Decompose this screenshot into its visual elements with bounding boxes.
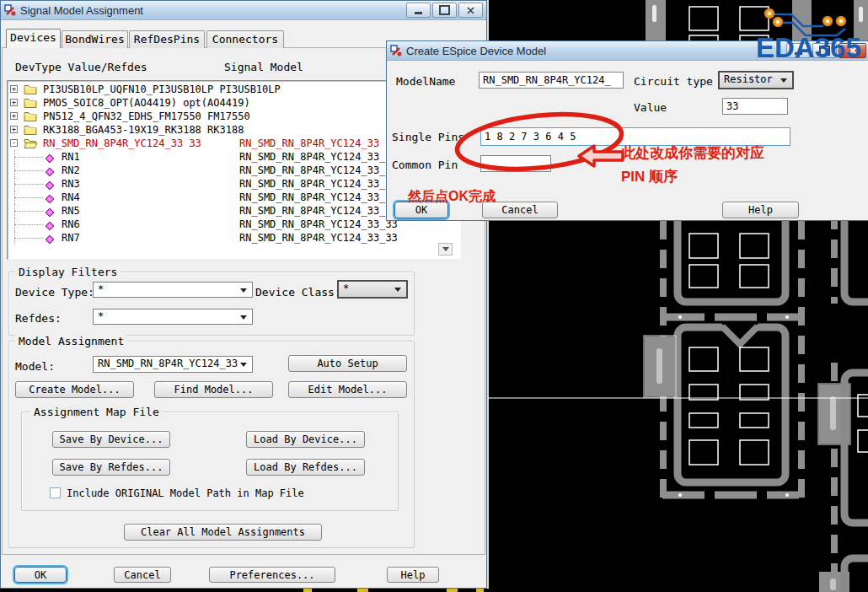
modelname-label: ModelName [396,75,455,88]
tree-guide [14,157,43,158]
edit-model-button[interactable]: Edit Model... [288,381,407,398]
ok-button[interactable]: OK [14,567,67,583]
tree-row-model: RN_SMD_RN_8P4R_YC124_33_33 [239,231,398,245]
close-icon[interactable] [458,3,483,18]
tree-expander[interactable]: + [10,126,18,133]
create-model-button[interactable]: Create Model... [15,381,134,398]
save-by-device-button[interactable]: Save By Device... [52,431,170,448]
tab-refdespins[interactable]: RefDesPins [129,30,205,48]
preferences-button[interactable]: Preferences... [209,567,335,583]
screen: Signal Model Assignment Devices BondWire… [0,0,868,592]
tree-row-label[interactable]: PMOS_SOIC8_OPT(AO4419) opt(AO4419) [43,96,250,110]
tree-expander[interactable]: + [10,99,18,106]
device-type-label: Device Type: [15,286,94,299]
tree-row-label[interactable]: PN512_4_QFN32_EDHS_FM17550 FM17550 [43,110,250,123]
tree-guide [14,224,43,225]
assignment-map-file-legend: Assignment Map File [30,406,163,418]
tree-guide [14,197,43,198]
clear-all-model-assignments-button[interactable]: Clear All Model Assignments [124,524,322,541]
tree-row-model: RN_SMD_RN_8P4R_YC124_33_33 [239,177,398,191]
tree-guide [14,170,43,171]
annotation-ok-note: 然后点OK完成 [408,188,496,206]
annotation-pin-note-line2: PIN 顺序 [621,167,678,186]
value-field[interactable]: 33 [722,98,788,115]
refdes-label: Refdes: [15,312,62,325]
include-original-checkbox[interactable] [50,487,61,498]
save-by-refdes-button[interactable]: Save By Refdes... [52,459,170,476]
refdes-combo[interactable]: * [93,309,253,325]
chevron-down-icon [442,247,449,251]
tree-row-label[interactable]: RN4 [62,191,80,204]
load-by-device-button[interactable]: Load By Device... [246,431,365,448]
circuit-type-label: Circuit type [634,75,713,88]
annotation-pin-note-line1: 此处改成你需要的对应 [621,143,764,163]
minimize-button[interactable] [406,3,431,18]
model-assignment-legend: Model Assignment [15,335,127,347]
watermark-text: EDA365 [756,32,861,64]
app-icon [4,4,16,16]
cancel-button[interactable]: Cancel [114,567,171,583]
tree-row-model: RN_SMD_RN_8P4R_YC124_33_33 [239,164,398,177]
tree-row-label[interactable]: RN5 [62,204,80,218]
value-label: Value [634,101,667,114]
tree-guide [14,238,43,239]
find-model-button[interactable]: Find Model... [154,381,273,398]
include-original-label: Include ORIGINAL Model Path in Map File [67,487,304,499]
tree-row-model: RN_SMD_RN_8P4R_YC124_33_33 [239,218,398,231]
tab-devices[interactable]: Devices [6,29,61,48]
dialog-help-button[interactable]: Help [722,202,799,218]
circuit-type-combo[interactable]: Resistor [718,71,794,89]
tab-bondwires[interactable]: BondWires [62,30,128,48]
main-titlebar[interactable]: Signal Model Assignment [1,1,486,20]
device-class-label: Device Class: [255,286,341,299]
help-button[interactable]: Help [387,567,439,583]
tree-row-label[interactable]: RN2 [62,164,80,177]
tree-row-label[interactable]: RK3188_BGA453-19X19_RK3188 RK3188 [43,123,244,137]
tree-row-model: RN_SMD_RN_8P4R_YC124_33_33 [239,191,398,204]
load-by-refdes-button[interactable]: Load By Refdes... [246,459,365,476]
tree-row-label[interactable]: RN_SMD_RN_8P4R_YC124_33 33 [43,137,201,150]
tree-row-model: RN_SMD_RN_8P4R_YC124_33_33 [239,204,398,218]
tree-guide [14,211,43,212]
maximize-button[interactable] [432,3,457,18]
pin-icon [46,234,54,247]
tree-guide [14,184,43,185]
window-title: Signal Model Assignment [20,4,405,17]
tree-row-label[interactable]: RN1 [62,150,80,164]
tree-row-model: RN_SMD_RN_8P4R_YC124_33_33 [239,150,398,164]
column-header-signal-model: Signal Model [224,61,303,73]
model-label: Model: [15,360,55,373]
tree-expander[interactable]: - [10,139,18,147]
auto-setup-button[interactable]: Auto Setup [288,355,407,372]
tree-expander[interactable]: + [10,85,18,93]
modelname-field[interactable]: RN_SMD_RN_8P4R_YC124_ [479,72,624,89]
tree-scroll-down-button[interactable] [438,243,453,256]
device-type-combo[interactable]: * [93,282,253,298]
tree-row-label[interactable]: PI3USB10LP_UQFN10_PI3USB10LP PI3USB10LP [43,83,281,96]
display-filters-legend: Display Filters [15,266,121,278]
tree-expander[interactable]: + [10,112,18,120]
device-class-combo[interactable]: * [337,280,408,299]
tree-row-model: RN_SMD_RN_8P4R_YC124_33 [239,137,379,150]
dialog-app-icon [390,45,402,57]
tree-row-label[interactable]: RN3 [62,177,80,191]
annotation-arrow-left-icon [576,143,625,170]
model-combo[interactable]: RN_SMD_RN_8P4R_YC124_33 [93,356,253,373]
tree-row-label[interactable]: RN7 [62,231,80,245]
column-header-devtype: DevType Value/Refdes [15,61,147,73]
dialog-title: Create ESpice Device Model [406,45,785,57]
tab-connectors[interactable]: Connectors [206,30,284,48]
tree-row-label[interactable]: RN6 [62,218,80,231]
tree-row[interactable]: RN7RN_SMD_RN_8P4R_YC124_33_33 [8,231,461,245]
